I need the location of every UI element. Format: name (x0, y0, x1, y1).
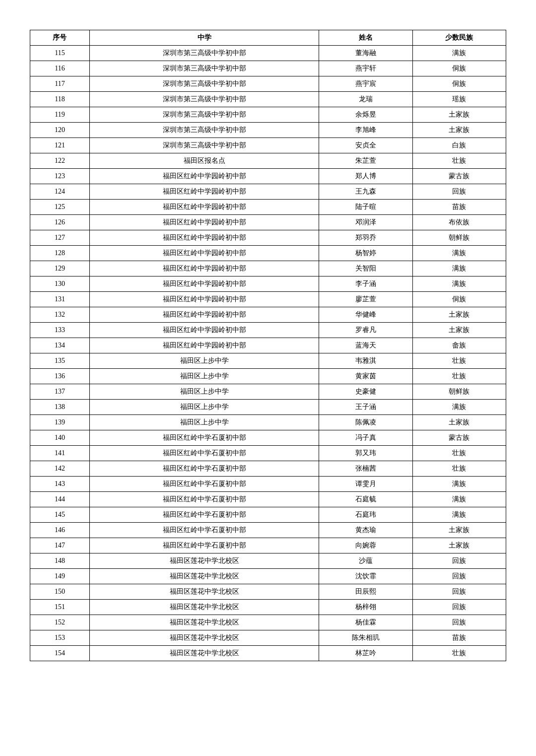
table-cell-30-1: 福田区红岭中学石厦初中部 (89, 507, 319, 523)
table-cell-18-3: 土家族 (412, 323, 506, 338)
table-cell-7-0: 122 (30, 153, 90, 169)
table-cell-26-2: 郭又玮 (319, 446, 412, 461)
table-cell-15-3: 满族 (412, 276, 506, 292)
table-cell-4-0: 119 (30, 107, 90, 123)
table-row: 134福田区红岭中学园岭初中部蓝海天畲族 (30, 338, 506, 353)
table-cell-1-3: 侗族 (412, 61, 506, 76)
table-cell-11-1: 福田区红岭中学园岭初中部 (89, 215, 319, 230)
table-cell-27-0: 142 (30, 461, 90, 477)
table-row: 143福田区红岭中学石厦初中部谭雯月满族 (30, 477, 506, 492)
table-cell-4-1: 深圳市第三高级中学初中部 (89, 107, 319, 123)
table-cell-28-2: 谭雯月 (319, 477, 412, 492)
table-header-row: 序号 中学 姓名 少数民族 (30, 30, 506, 46)
table-cell-5-0: 120 (30, 123, 90, 138)
table-cell-13-3: 满族 (412, 246, 506, 261)
table-row: 119深圳市第三高级中学初中部余烁昱土家族 (30, 107, 506, 123)
table-cell-23-3: 满族 (412, 400, 506, 415)
table-cell-2-0: 117 (30, 76, 90, 92)
table-cell-5-2: 李旭峰 (319, 123, 412, 138)
table-cell-35-1: 福田区莲花中学北校区 (89, 584, 319, 600)
table-row: 126福田区红岭中学园岭初中部邓润泽布依族 (30, 215, 506, 230)
table-row: 125福田区红岭中学园岭初中部陆子暄苗族 (30, 200, 506, 215)
table-row: 148福田区莲花中学北校区沙蕴回族 (30, 553, 506, 569)
table-cell-34-1: 福田区莲花中学北校区 (89, 569, 319, 584)
table-row: 140福田区红岭中学石厦初中部冯子真蒙古族 (30, 430, 506, 446)
table-cell-12-1: 福田区红岭中学园岭初中部 (89, 230, 319, 246)
table-cell-24-2: 陈佩凌 (319, 415, 412, 430)
table-cell-28-3: 满族 (412, 477, 506, 492)
table-cell-16-1: 福田区红岭中学园岭初中部 (89, 292, 319, 307)
table-cell-37-3: 回族 (412, 615, 506, 630)
col-header-index: 序号 (30, 30, 90, 46)
table-cell-30-2: 石庭玮 (319, 507, 412, 523)
table-cell-36-2: 杨梓翎 (319, 600, 412, 615)
table-cell-21-1: 福田区上步中学 (89, 369, 319, 384)
table-cell-33-1: 福田区莲花中学北校区 (89, 553, 319, 569)
table-cell-38-0: 153 (30, 630, 90, 646)
table-cell-25-0: 140 (30, 430, 90, 446)
table-cell-23-2: 王子涵 (319, 400, 412, 415)
main-table: 序号 中学 姓名 少数民族 115深圳市第三高级中学初中部董海融满族116深圳市… (30, 30, 506, 661)
table-cell-28-0: 143 (30, 477, 90, 492)
table-cell-14-3: 满族 (412, 261, 506, 276)
table-cell-6-3: 白族 (412, 138, 506, 153)
table-cell-14-2: 关智阳 (319, 261, 412, 276)
table-cell-19-0: 134 (30, 338, 90, 353)
table-row: 117深圳市第三高级中学初中部燕宇宸侗族 (30, 76, 506, 92)
table-cell-37-0: 152 (30, 615, 90, 630)
table-row: 145福田区红岭中学石厦初中部石庭玮满族 (30, 507, 506, 523)
table-row: 153福田区莲花中学北校区陈朱相玑苗族 (30, 630, 506, 646)
table-cell-17-3: 土家族 (412, 307, 506, 323)
table-cell-8-1: 福田区红岭中学园岭初中部 (89, 169, 319, 184)
table-cell-20-1: 福田区上步中学 (89, 353, 319, 369)
table-cell-14-1: 福田区红岭中学园岭初中部 (89, 261, 319, 276)
table-row: 132福田区红岭中学园岭初中部华健峰土家族 (30, 307, 506, 323)
table-row: 137福田区上步中学史豪健朝鲜族 (30, 384, 506, 400)
table-row: 152福田区莲花中学北校区杨佳霖回族 (30, 615, 506, 630)
table-cell-21-0: 136 (30, 369, 90, 384)
table-row: 144福田区红岭中学石厦初中部石庭毓满族 (30, 492, 506, 507)
table-cell-38-2: 陈朱相玑 (319, 630, 412, 646)
table-cell-2-2: 燕宇宸 (319, 76, 412, 92)
table-row: 131福田区红岭中学园岭初中部廖芷萱侗族 (30, 292, 506, 307)
table-cell-12-3: 朝鲜族 (412, 230, 506, 246)
table-cell-19-3: 畲族 (412, 338, 506, 353)
table-cell-15-1: 福田区红岭中学园岭初中部 (89, 276, 319, 292)
table-cell-24-1: 福田区上步中学 (89, 415, 319, 430)
table-cell-24-3: 土家族 (412, 415, 506, 430)
table-cell-0-3: 满族 (412, 46, 506, 61)
table-row: 149福田区莲花中学北校区沈饮霏回族 (30, 569, 506, 584)
table-cell-22-0: 137 (30, 384, 90, 400)
table-cell-6-0: 121 (30, 138, 90, 153)
table-cell-26-3: 壮族 (412, 446, 506, 461)
table-cell-10-1: 福田区红岭中学园岭初中部 (89, 200, 319, 215)
table-cell-0-2: 董海融 (319, 46, 412, 61)
table-row: 123福田区红岭中学园岭初中部郑人博蒙古族 (30, 169, 506, 184)
table-cell-7-2: 朱芷萱 (319, 153, 412, 169)
table-cell-39-0: 154 (30, 646, 90, 661)
table-cell-0-0: 115 (30, 46, 90, 61)
table-cell-10-2: 陆子暄 (319, 200, 412, 215)
table-cell-17-2: 华健峰 (319, 307, 412, 323)
table-cell-3-3: 瑶族 (412, 92, 506, 107)
table-cell-17-1: 福田区红岭中学园岭初中部 (89, 307, 319, 323)
table-cell-31-2: 黄杰瑜 (319, 523, 412, 538)
table-cell-11-0: 126 (30, 215, 90, 230)
table-cell-14-0: 129 (30, 261, 90, 276)
table-cell-5-1: 深圳市第三高级中学初中部 (89, 123, 319, 138)
table-cell-25-2: 冯子真 (319, 430, 412, 446)
table-cell-6-2: 安贞全 (319, 138, 412, 153)
table-cell-35-0: 150 (30, 584, 90, 600)
table-cell-31-1: 福田区红岭中学石厦初中部 (89, 523, 319, 538)
table-cell-13-1: 福田区红岭中学园岭初中部 (89, 246, 319, 261)
table-cell-32-2: 向婉蓉 (319, 538, 412, 553)
table-cell-20-0: 135 (30, 353, 90, 369)
table-cell-29-0: 144 (30, 492, 90, 507)
table-cell-37-1: 福田区莲花中学北校区 (89, 615, 319, 630)
table-cell-29-3: 满族 (412, 492, 506, 507)
table-cell-2-1: 深圳市第三高级中学初中部 (89, 76, 319, 92)
table-cell-26-1: 福田区红岭中学石厦初中部 (89, 446, 319, 461)
table-cell-31-3: 土家族 (412, 523, 506, 538)
table-cell-1-0: 116 (30, 61, 90, 76)
table-cell-9-0: 124 (30, 184, 90, 200)
